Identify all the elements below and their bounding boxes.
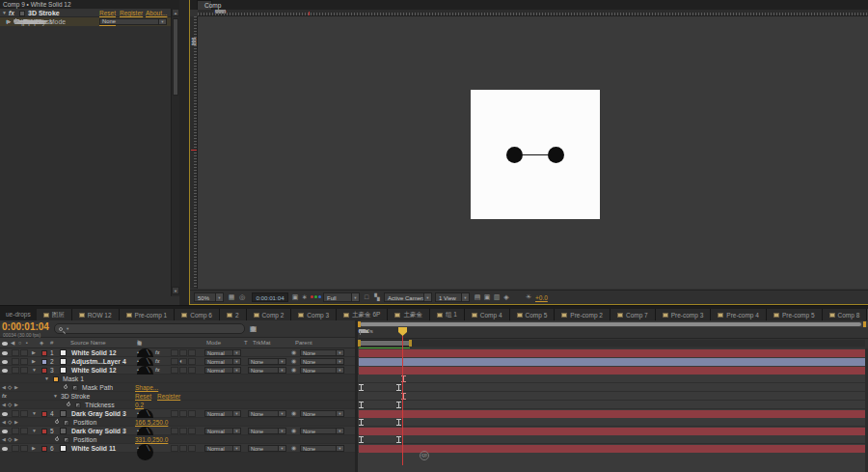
add-keyframe-icon[interactable] <box>8 418 12 427</box>
effects-switch-icon[interactable] <box>155 366 159 375</box>
expander-icon[interactable] <box>32 427 37 435</box>
effect-group-row[interactable]: 3D Stroke Reset Register <box>0 392 355 401</box>
mask-group-row[interactable]: Mask 1 <box>0 375 355 383</box>
viewer-tab-comp9[interactable]: Comp 9 <box>197 0 212 10</box>
safe-margins-icon[interactable]: ◎ <box>237 292 247 302</box>
audio-cell[interactable] <box>12 349 19 356</box>
graph-toggle-icon[interactable] <box>64 437 69 443</box>
layer-row-6[interactable]: 6 White Solid 11 Normal None None <box>0 444 355 453</box>
effect-controls-tab[interactable]: Comp 9 • White Solid 12 <box>0 0 179 9</box>
trkmat-select[interactable]: None <box>248 358 286 365</box>
collapse-switch-icon[interactable] <box>137 444 153 460</box>
register-link[interactable]: Register <box>120 9 143 17</box>
parent-pickwhip-icon[interactable] <box>291 348 296 357</box>
blend-mode-select[interactable]: Normal <box>204 445 241 452</box>
source-name-header[interactable]: Source Name <box>70 338 106 348</box>
blend-mode-select[interactable]: Normal <box>204 358 241 365</box>
region-of-interest-icon[interactable]: □ <box>362 292 371 302</box>
blend-mode-select[interactable]: Normal <box>204 367 241 374</box>
mask-name[interactable]: Mask 1 <box>63 375 84 383</box>
thickness-value[interactable]: 0.2 <box>135 401 144 409</box>
blend-mode-select[interactable]: Normal <box>204 428 241 434</box>
reset-link[interactable]: Reset <box>99 9 116 17</box>
trkmat-select[interactable]: None <box>248 445 286 452</box>
layer-name[interactable]: White Solid 11 <box>71 444 116 453</box>
trkmat-select[interactable]: None <box>248 428 286 434</box>
search-box[interactable] <box>54 323 245 334</box>
parent-pickwhip-icon[interactable] <box>291 366 296 375</box>
fast-preview-icon[interactable]: ▣ <box>482 292 492 302</box>
label-color-chip[interactable] <box>41 446 47 452</box>
horizontal-ruler[interactable]: 1000900800700600500400300200100010020030… <box>198 10 868 16</box>
view-select[interactable]: Active Camera <box>384 292 432 302</box>
layer-bar-5[interactable] <box>359 428 865 435</box>
thickness-row[interactable]: Thickness 0.2 <box>0 401 355 409</box>
parent-select[interactable]: None <box>300 358 344 365</box>
comp-tab[interactable]: Comp 7 <box>610 309 656 320</box>
time-navigator-bar[interactable] <box>360 322 861 326</box>
layer-row-4[interactable]: 4 Dark Gray Solid 3 Normal None None <box>0 409 355 418</box>
time-ruler[interactable]: 0:00s01s02s03s04s05s06s07s08s09s10s11s12… <box>359 327 868 339</box>
add-keyframe-icon[interactable] <box>8 401 12 409</box>
layer-bar-2[interactable] <box>359 358 865 366</box>
label-color-chip[interactable] <box>41 350 47 356</box>
label-color-chip[interactable] <box>41 429 47 434</box>
preview-timecode[interactable]: 0:00:01:04 <box>252 292 288 302</box>
parent-pickwhip-icon[interactable] <box>291 357 296 366</box>
eye-icon[interactable] <box>2 360 8 364</box>
effects-switch-icon[interactable] <box>155 348 159 357</box>
graph-toggle-icon[interactable] <box>75 403 81 408</box>
reset-link[interactable]: Reset <box>135 392 151 401</box>
quality-switch-icon[interactable] <box>147 409 149 418</box>
mask-path-value[interactable]: Shape... <box>135 383 158 392</box>
keyframe-icon[interactable] <box>396 384 401 391</box>
blend-mode-select[interactable]: Normal <box>204 349 241 356</box>
exposure-icon[interactable]: ☀ <box>524 292 533 302</box>
stopwatch-icon[interactable] <box>67 403 70 406</box>
comp-tab[interactable]: Pre-comp 5 <box>767 309 823 320</box>
keyframe-icon[interactable] <box>359 402 364 408</box>
parent-select[interactable]: None <box>300 428 344 434</box>
stopwatch-icon[interactable] <box>55 437 59 441</box>
layer-row-5[interactable]: 5 Dark Gray Solid 3 Normal None None <box>0 427 355 435</box>
show-snapshot-icon[interactable]: ∗ <box>300 292 310 302</box>
parent-select[interactable]: None <box>300 410 344 417</box>
blend-mode-select[interactable]: Normal <box>204 410 241 417</box>
exposure-value[interactable]: +0.0 <box>535 291 548 305</box>
position-row[interactable]: Position 166.5,250.0 <box>0 418 355 427</box>
pixel-aspect-icon[interactable]: ▤ <box>473 292 482 302</box>
prev-keyframe-icon[interactable] <box>2 401 6 409</box>
layer-row-1[interactable]: 1 White Solid 12 Normal None <box>0 348 355 357</box>
effect-header-row[interactable]: fx 3D Stroke Reset Register About... <box>0 9 171 17</box>
layer-name[interactable]: Adjustm...Layer 4 <box>71 357 126 366</box>
trkmat-select[interactable]: None <box>248 410 286 417</box>
channels-icon[interactable] <box>311 292 322 302</box>
next-keyframe-icon[interactable] <box>14 418 18 427</box>
chevron-down-icon[interactable] <box>67 324 68 334</box>
prev-keyframe-icon[interactable] <box>2 383 6 392</box>
comp-tab[interactable]: Comp 8 <box>823 309 868 320</box>
keyframe-icon[interactable] <box>359 384 364 391</box>
layer-row-2[interactable]: 2 Adjustm...Layer 4 Normal None None <box>0 357 355 366</box>
eye-icon[interactable] <box>2 430 8 433</box>
graph-toggle-icon[interactable] <box>64 420 69 426</box>
graph-toggle-icon[interactable] <box>72 385 78 391</box>
flowchart-icon[interactable]: ◈ <box>502 292 511 302</box>
register-link[interactable]: Register <box>157 392 180 401</box>
eye-icon[interactable] <box>2 369 8 373</box>
grid-guides-icon[interactable]: ▦ <box>227 292 236 302</box>
keyframe-icon[interactable] <box>396 402 401 408</box>
comp-tab[interactable]: 图层 <box>37 309 72 320</box>
position-row[interactable]: Position 331.0,250.0 <box>0 435 355 444</box>
stopwatch-icon[interactable] <box>55 420 59 424</box>
scroll-up-icon[interactable] <box>172 9 179 16</box>
layer-name[interactable]: Dark Gray Solid 3 <box>71 409 126 418</box>
label-color-chip[interactable] <box>41 359 47 365</box>
scrollbar-thumb[interactable] <box>173 18 178 96</box>
prev-keyframe-icon[interactable] <box>2 418 6 427</box>
layer-row-3[interactable]: 3 White Solid 12 Normal None None <box>0 366 355 375</box>
work-area-bar[interactable] <box>358 340 412 347</box>
snapshot-icon[interactable]: ▣ <box>290 292 300 302</box>
position-value[interactable]: 331.0,250.0 <box>135 435 168 444</box>
comp-tab[interactable]: 土豪金 <box>388 309 430 320</box>
